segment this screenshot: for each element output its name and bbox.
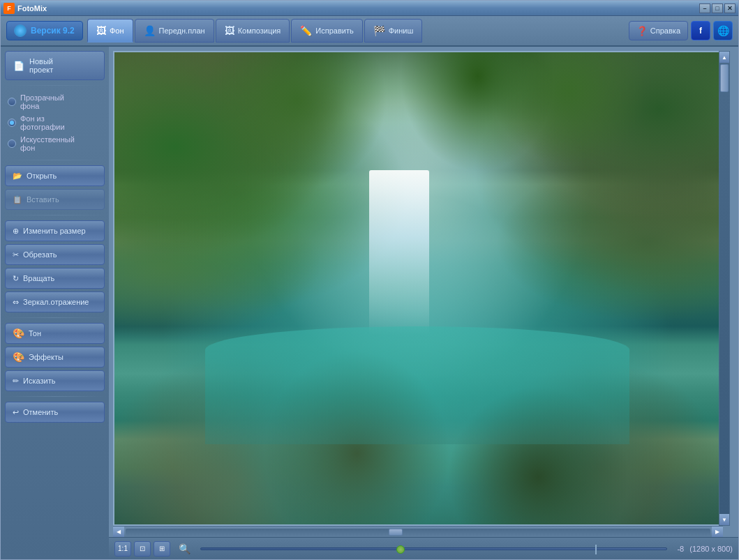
divider-4 [5,317,105,318]
radio-photo-label: Фон изфотографии [20,114,65,131]
tab-foreground[interactable]: 👤 Передн.план [135,19,214,43]
tab-fix-label: Исправить [315,27,353,35]
mirror-label: Зеркал.отражение [23,298,89,306]
zoom-1to1-label: 1:1 [118,545,128,552]
insert-button[interactable]: 📋 Вставить [5,189,105,210]
tab-foreground-label: Передн.план [159,27,205,35]
maximize-button[interactable]: □ [712,3,723,13]
radio-artificial[interactable]: Искусственныйфон [8,135,102,152]
divider-5 [5,396,105,397]
effects-button[interactable]: 🎨 Эффекты [5,347,105,368]
tab-composition[interactable]: 🖼 Композиция [216,19,290,43]
tab-background[interactable]: 🖼 Фон [87,19,133,43]
divider-2 [5,160,105,160]
app-icon: F [3,3,15,14]
new-project-label: Новыйпроект [29,57,53,74]
main-toolbar: Версик 9.2 🖼 Фон 👤 Передн.план 🖼 Компози… [1,16,738,47]
tab-finish[interactable]: 🏁 Финиш [364,19,423,43]
scroll-left-button[interactable]: ◀ [113,527,124,538]
tab-bar: 🖼 Фон 👤 Передн.план 🖼 Композиция ✏️ Испр… [87,19,625,43]
canvas-wrapper: ▲ ▼ [109,47,738,526]
tone-icon: 🎨 [13,328,24,339]
horizontal-scroll-track [126,529,710,536]
sidebar: 📄 Новыйпроект Прозрачныйфона Фон изфотог… [1,47,109,559]
water-pool [205,326,629,444]
tab-fix[interactable]: ✏️ Исправить [291,19,362,43]
zoom-slider-thumb[interactable] [396,545,405,554]
radio-artificial-label: Искусственныйфон [20,135,75,152]
scroll-right-button[interactable]: ▶ [712,527,723,538]
scroll-up-button[interactable]: ▲ [719,52,729,63]
radio-photo[interactable]: Фон изфотографии [8,114,102,131]
zoom-1to1-button[interactable]: 1:1 [114,541,131,557]
open-button[interactable]: 📂 Открыть [5,165,105,186]
version-icon [14,24,27,37]
new-project-icon: 📄 [13,59,25,72]
tone-button[interactable]: 🎨 Тон [5,323,105,344]
zoom-fit-button[interactable]: ⊡ [134,541,151,557]
radio-photo-dot [8,119,16,127]
help-label: Справка [650,27,680,35]
radio-artificial-dot [8,139,16,148]
cancel-icon: ↩ [13,408,19,417]
radio-transparent-label: Прозрачныйфона [20,93,64,110]
zoom-slider[interactable] [200,547,667,550]
minimize-button[interactable]: – [699,3,710,13]
new-project-button[interactable]: 📄 Новыйпроект [5,51,105,80]
close-button[interactable]: ✕ [724,3,736,13]
divider-3 [5,215,105,215]
dimensions-label: (1280 x 800) [689,545,733,553]
waterfall-stream [369,170,430,335]
vertical-scrollbar: ▲ ▼ [719,51,730,526]
crop-label: Обрезать [23,250,57,259]
mirror-icon: ⇔ [13,298,19,307]
insert-icon: 📋 [13,195,22,204]
tone-label: Тон [29,329,41,338]
app-window: F FotoMix – □ ✕ Версик 9.2 🖼 Фон 👤 Перед… [0,0,739,560]
tab-finish-label: Финиш [389,27,414,35]
zoom-search-icon[interactable]: 🔍 [179,543,191,554]
effects-icon: 🎨 [13,351,24,363]
effects-label: Эффекты [29,353,64,361]
mirror-button[interactable]: ⇔ Зеркал.отражение [5,292,105,312]
radio-transparent-dot [8,98,16,106]
crop-button[interactable]: ✂ Обрезать [5,244,105,265]
vertical-scroll-thumb[interactable] [720,64,729,92]
zoom-marker [595,545,597,554]
canvas[interactable] [113,51,722,526]
version-label: Версик 9.2 [31,26,75,36]
toolbar-right: ❓ Справка f 🌐 [629,21,733,40]
insert-label: Вставить [27,195,59,204]
crop-icon: ✂ [13,250,19,259]
title-bar: F FotoMix – □ ✕ [1,1,738,16]
resize-button[interactable]: ⊕ Изменить размер [5,220,105,241]
radio-transparent[interactable]: Прозрачныйфона [8,93,102,110]
distort-icon: ✏ [13,377,19,386]
cancel-label: Отменить [23,408,58,416]
globe-button[interactable]: 🌐 [713,21,733,40]
app-title: FotoMix [17,4,47,13]
open-label: Открыть [27,172,57,180]
divider-1 [5,85,105,86]
zoom-grid-button[interactable]: ⊞ [154,541,170,557]
cancel-button[interactable]: ↩ Отменить [5,402,105,423]
resize-icon: ⊕ [13,227,19,236]
distort-label: Исказить [23,377,55,385]
canvas-area: ▲ ▼ ◀ ▶ 1:1 [109,47,738,559]
rotate-icon: ↻ [13,274,19,283]
window-controls: – □ ✕ [699,3,736,13]
version-badge: Версик 9.2 [6,21,83,40]
facebook-button[interactable]: f [691,21,710,40]
horizontal-scroll-thumb[interactable] [389,529,403,536]
horizontal-scrollbar: ◀ ▶ [113,526,723,537]
scroll-down-button[interactable]: ▼ [719,514,729,525]
distort-button[interactable]: ✏ Исказить [5,370,105,391]
vertical-scroll-track [719,63,729,514]
help-button[interactable]: ❓ Справка [629,21,688,40]
tab-background-label: Фон [110,27,124,35]
resize-label: Изменить размер [23,227,86,235]
open-icon: 📂 [13,172,22,181]
rotate-button[interactable]: ↻ Вращать [5,268,105,289]
main-content: 📄 Новыйпроект Прозрачныйфона Фон изфотог… [1,47,738,559]
bottom-toolbar: 1:1 ⊡ ⊞ 🔍 -8 (1280 x 800) [109,537,738,559]
